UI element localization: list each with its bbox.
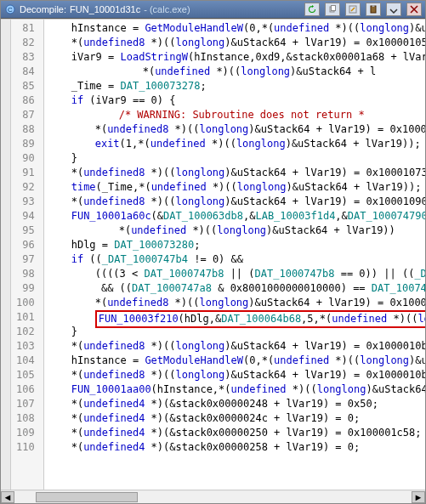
code-line[interactable]: *(undefined8 *)((longlong)&uStack64 + lV… (48, 296, 425, 310)
line-number: 100 (16, 296, 35, 310)
code-scroll[interactable]: 8182838485868788899091929394959697989910… (11, 20, 425, 490)
code-line[interactable]: hInstance = GetModuleHandleW(0,*(undefin… (48, 354, 425, 368)
refresh-button[interactable] (304, 3, 320, 16)
line-number: 88 (16, 122, 35, 137)
code-line[interactable]: if ((_DAT_1000747b4 != 0) && (48, 252, 425, 267)
code-line[interactable]: *(undefined *)((longlong)&uStack64 + l (48, 65, 425, 79)
line-number: 96 (16, 238, 35, 252)
line-number: 102 (16, 325, 35, 339)
line-number: 98 (16, 267, 35, 281)
code-line[interactable]: FUN_10001a60c(&DAT_100063db8,&LAB_10003f… (48, 209, 425, 224)
line-number: 82 (16, 36, 35, 50)
edit-button[interactable] (345, 3, 361, 16)
line-number: 91 (16, 166, 35, 180)
svg-text:C: C (8, 6, 13, 14)
svg-rect-6 (372, 5, 375, 7)
svg-rect-5 (371, 6, 376, 13)
code-line[interactable]: hInstance = GetModuleHandleW(0,*(undefin… (48, 21, 425, 36)
line-number: 95 (16, 224, 35, 238)
paste-button[interactable] (366, 3, 381, 16)
code-line[interactable]: time(_Time,*(undefined *)((longlong)&uSt… (48, 180, 425, 195)
line-number: 86 (16, 93, 35, 108)
gutter (1, 20, 11, 490)
line-number: 81 (16, 21, 35, 36)
code-body[interactable]: hInstance = GetModuleHandleW(0,*(undefin… (44, 20, 425, 490)
code-line[interactable]: *(undefined8 *)((longlong)&uStack64 + lV… (48, 339, 425, 354)
line-number: 107 (16, 397, 35, 411)
title-suffix: - (calc.exe) (144, 4, 190, 14)
minimize-button[interactable] (386, 3, 401, 16)
code-line[interactable]: *(undefined8 *)((longlong)&uStack64 + lV… (48, 122, 425, 137)
line-number: 97 (16, 252, 35, 267)
line-number: 83 (16, 50, 35, 65)
close-button[interactable] (406, 3, 422, 16)
title-function: FUN_10001d31c (70, 4, 140, 14)
code-line[interactable]: if (iVar9 == 0) { (48, 93, 425, 108)
line-number: 87 (16, 108, 35, 122)
line-number: 94 (16, 209, 35, 224)
code-line[interactable]: *(undefined8 *)((longlong)&uStack64 + lV… (48, 368, 425, 382)
code-line[interactable]: && ((DAT_1000747a8 & 0x8001000000010000)… (48, 281, 425, 296)
scroll-thumb[interactable] (36, 492, 138, 502)
code-line[interactable]: iVar9 = LoadStringW(hInstance,0xd9,&stac… (48, 50, 425, 65)
line-number: 103 (16, 339, 35, 354)
code-line[interactable]: FUN_10003f210(hDlg,&DAT_100064b68,5,*(un… (48, 310, 425, 325)
code-line[interactable]: /* WARNING: Subroutine does not return * (48, 108, 425, 122)
code-line[interactable]: *(undefined4 *)(&stack0x0000024c + lVar1… (48, 411, 425, 426)
scroll-left-button[interactable]: ◄ (1, 491, 14, 503)
line-number: 105 (16, 368, 35, 382)
code-line[interactable]: *(undefined8 *)((longlong)&uStack64 + lV… (48, 195, 425, 209)
highlighted-call[interactable]: FUN_10003f210(hDlg,&DAT_100064b68,5,*(un… (95, 310, 425, 328)
line-number: 89 (16, 137, 35, 151)
copy-button[interactable] (325, 3, 340, 16)
horizontal-scrollbar[interactable]: ◄ ► (1, 490, 425, 503)
code-line[interactable]: *(undefined *)((longlong)&uStack64 + lVa… (48, 224, 425, 238)
line-number: 108 (16, 411, 35, 426)
line-number: 99 (16, 281, 35, 296)
line-number: 104 (16, 354, 35, 368)
line-number: 85 (16, 79, 35, 93)
line-number: 109 (16, 426, 35, 440)
code-line[interactable]: ((((3 < DAT_1000747b8 || (DAT_1000747b8 … (48, 267, 425, 281)
scroll-right-button[interactable]: ► (412, 491, 425, 503)
code-line[interactable]: } (48, 151, 425, 166)
code-line[interactable]: FUN_10001aa00(hInstance,*(undefined *)((… (48, 382, 425, 397)
line-number: 93 (16, 195, 35, 209)
titlebar: C Decompile: FUN_10001d31c - (calc.exe) (1, 1, 425, 19)
code-line[interactable]: *(undefined8 *)((longlong)&uStack64 + lV… (48, 36, 425, 50)
code-area: 8182838485868788899091929394959697989910… (1, 19, 425, 490)
code-line[interactable]: exit(1,*(undefined *)((longlong)&uStack6… (48, 137, 425, 151)
title-prefix: Decompile: (20, 4, 66, 14)
line-number: 101 (16, 310, 35, 325)
code-line[interactable]: *(undefined4 *)(&stack0x00000250 + lVar1… (48, 426, 425, 440)
code-line[interactable]: *(undefined4 *)(&stack0x00000258 + lVar1… (48, 440, 425, 455)
code-line[interactable]: hDlg = DAT_100073280; (48, 238, 425, 252)
line-number: 92 (16, 180, 35, 195)
code-line[interactable]: _Time = DAT_100073278; (48, 79, 425, 93)
line-numbers: 8182838485868788899091929394959697989910… (11, 20, 44, 490)
code-line[interactable]: *(undefined4 *)(&stack0x00000248 + lVar1… (48, 397, 425, 411)
line-number: 90 (16, 151, 35, 166)
scroll-track[interactable] (14, 491, 412, 503)
line-number: 106 (16, 382, 35, 397)
svg-rect-3 (332, 6, 336, 11)
code-line[interactable]: *(undefined8 *)((longlong)&uStack64 + lV… (48, 166, 425, 180)
line-number: 84 (16, 65, 35, 79)
line-number: 110 (16, 440, 35, 455)
decompile-icon: C (4, 3, 16, 15)
